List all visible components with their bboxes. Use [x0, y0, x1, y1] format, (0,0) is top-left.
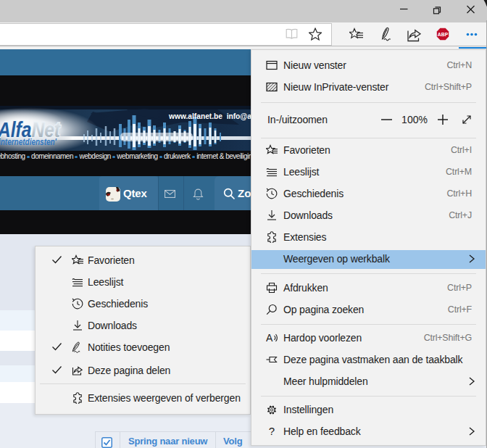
- svg-text:ABP: ABP: [438, 32, 449, 37]
- svg-text:A: A: [266, 332, 273, 344]
- svg-text:internetdiensten': internetdiensten': [0, 137, 57, 147]
